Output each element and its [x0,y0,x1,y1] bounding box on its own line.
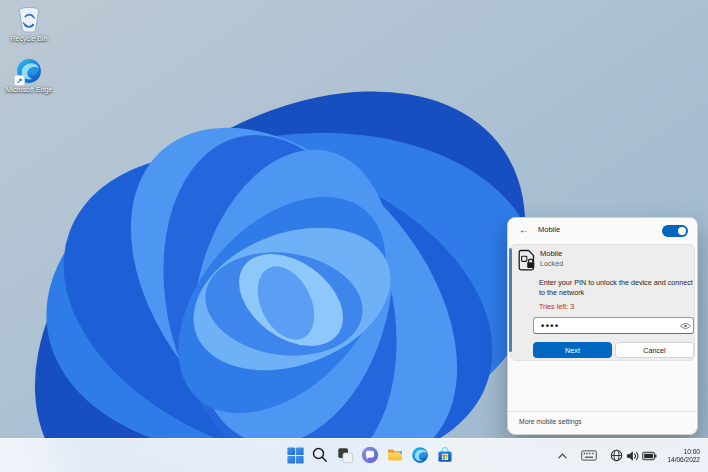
touch-keyboard-button[interactable] [578,447,600,464]
start-button[interactable] [283,443,307,467]
quick-settings-button[interactable] [606,446,661,465]
sim-locked-icon [518,249,536,271]
task-view-button[interactable] [333,443,357,467]
chat-button[interactable] [358,443,382,467]
flyout-title: Mobile [538,225,560,234]
network-name: Mobile [540,249,562,258]
shortcut-arrow-icon: ↗ [14,75,25,86]
file-explorer-button[interactable] [383,443,407,467]
task-view-icon [337,447,354,464]
pin-input[interactable]: •••• [533,317,694,334]
toggle-knob [678,227,686,235]
pin-instruction: Enter your PIN to unlock the device and … [539,278,695,297]
desktop-icon-recycle-bin[interactable]: Recycle Bin [3,5,55,43]
volume-icon [626,450,639,462]
desktop-icon-label: Microsoft Edge [6,86,53,94]
file-explorer-icon [386,446,404,464]
chevron-up-icon [558,453,567,459]
scrollbar[interactable] [509,248,512,352]
reveal-password-icon[interactable] [677,319,693,332]
show-hidden-icons-button[interactable] [555,450,570,462]
teams-chat-icon [361,446,379,464]
network-globe-icon [610,449,623,462]
pin-masked-value: •••• [534,321,677,331]
edge-button[interactable] [408,443,432,467]
mobile-toggle[interactable] [662,225,688,237]
desktop-screen: Recycle Bin ↗ Microsoft Edge ← Mobile [0,0,708,472]
taskbar-center-icons [283,443,457,467]
desktop-icon-microsoft-edge[interactable]: ↗ Microsoft Edge [3,58,55,94]
tries-left-warning: Tries left: 3 [539,302,574,311]
back-button[interactable]: ← [517,223,531,237]
taskbar: 10:00 14/06/2022 [0,438,708,472]
more-mobile-settings-link[interactable]: More mobile settings [519,418,582,425]
next-button[interactable]: Next [533,342,612,358]
search-button[interactable] [308,443,332,467]
battery-icon [642,451,657,461]
search-icon [312,447,328,463]
mobile-network-card[interactable]: Mobile Locked Enter your PIN to unlock t… [510,244,695,361]
system-tray: 10:00 14/06/2022 [555,441,703,470]
network-status: Locked [540,259,563,268]
touch-keyboard-icon [581,450,597,461]
windows-logo-icon [287,447,304,464]
cancel-button[interactable]: Cancel [615,342,694,358]
mobile-network-flyout: ← Mobile Mobile Locked Enter your PIN to… [507,217,698,435]
desktop-icon-label: Recycle Bin [11,35,48,43]
clock-time: 10:00 [667,448,700,456]
store-button[interactable] [433,443,457,467]
divider [508,411,697,412]
clock[interactable]: 10:00 14/06/2022 [664,446,703,466]
edge-icon [411,446,429,464]
clock-date: 14/06/2022 [667,456,700,464]
microsoft-store-icon [436,446,454,464]
recycle-bin-icon [16,5,42,33]
